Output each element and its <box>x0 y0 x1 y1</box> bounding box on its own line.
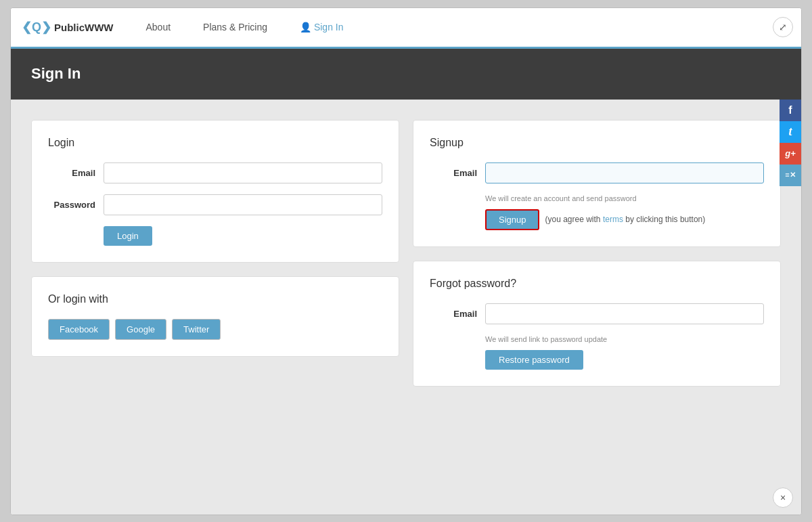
menu-icon: ≡✕ <box>785 171 795 179</box>
forgot-email-row: Email <box>430 303 764 324</box>
login-password-input[interactable] <box>104 194 382 215</box>
signup-card-title: Signup <box>430 137 764 149</box>
social-login-title: Or login with <box>48 293 382 305</box>
social-buttons: Facebook Google Twitter <box>48 319 382 340</box>
terms-link[interactable]: terms <box>603 215 623 224</box>
forgot-helper-text: We will send link to password update <box>430 335 764 343</box>
logo-icon: ❮Q❯ <box>22 20 51 35</box>
forgot-email-input[interactable] <box>485 303 764 324</box>
close-button[interactable]: × <box>773 487 793 508</box>
forgot-card-title: Forgot password? <box>430 278 764 290</box>
social-sidebar: f t g+ ≡✕ <box>780 100 801 186</box>
login-password-row: Password <box>48 194 382 215</box>
google-plus-icon: g+ <box>785 148 796 158</box>
google-login-button[interactable]: Google <box>115 319 166 340</box>
page-header: Sign In <box>11 49 801 100</box>
twitter-login-button[interactable]: Twitter <box>172 319 221 340</box>
signup-email-row: Email <box>430 162 764 183</box>
login-card-title: Login <box>48 137 382 149</box>
signup-actions: Signup (you agree with terms by clicking… <box>430 209 764 230</box>
signup-terms: (you agree with terms by clicking this b… <box>545 215 705 224</box>
forgot-email-label: Email <box>430 309 477 319</box>
nav-plans[interactable]: Plans & Pricing <box>187 7 284 48</box>
twitter-share-button[interactable]: t <box>780 121 801 143</box>
signup-card: Signup Email We will create an account a… <box>413 120 781 247</box>
signup-button[interactable]: Signup <box>485 209 539 230</box>
google-share-button[interactable]: g+ <box>780 143 801 165</box>
forgot-actions: Restore password <box>430 350 764 370</box>
facebook-login-button[interactable]: Facebook <box>48 319 110 340</box>
right-column: Signup Email We will create an account a… <box>413 120 781 387</box>
signup-helper-text: We will create an account and send passw… <box>430 194 764 202</box>
user-icon: 👤 <box>300 22 314 32</box>
expand-button[interactable]: ⤢ <box>773 17 793 37</box>
restore-password-button[interactable]: Restore password <box>485 350 583 370</box>
nav-links: About Plans & Pricing 👤 Sign In <box>130 7 360 48</box>
sidebar-menu-button[interactable]: ≡✕ <box>780 165 801 186</box>
content-grid: Login Email Password Login Or logi <box>31 120 781 387</box>
login-email-label: Email <box>48 168 95 178</box>
login-password-label: Password <box>48 200 95 210</box>
signup-email-label: Email <box>430 168 477 178</box>
login-email-input[interactable] <box>104 162 382 183</box>
social-login-card: Or login with Facebook Google Twitter <box>31 276 399 357</box>
left-column: Login Email Password Login Or logi <box>31 120 399 387</box>
signup-email-input[interactable] <box>485 162 764 183</box>
navbar: ❮Q❯ PublicWWW About Plans & Pricing 👤 Si… <box>11 8 801 49</box>
login-button[interactable]: Login <box>104 226 152 246</box>
page-title: Sign In <box>31 65 81 83</box>
login-card: Login Email Password Login <box>31 120 399 263</box>
facebook-share-button[interactable]: f <box>780 100 801 121</box>
login-email-row: Email <box>48 162 382 183</box>
nav-about[interactable]: About <box>130 7 187 48</box>
main-content: Login Email Password Login Or logi <box>11 100 801 515</box>
brand-name: PublicWWW <box>54 22 113 33</box>
brand: ❮Q❯ PublicWWW <box>22 20 114 35</box>
nav-signin[interactable]: 👤 Sign In <box>284 7 359 48</box>
forgot-password-card: Forgot password? Email We will send link… <box>413 261 781 387</box>
twitter-icon: t <box>788 125 792 139</box>
login-actions: Login <box>48 226 382 246</box>
modal-container: ❮Q❯ PublicWWW About Plans & Pricing 👤 Si… <box>10 7 802 515</box>
